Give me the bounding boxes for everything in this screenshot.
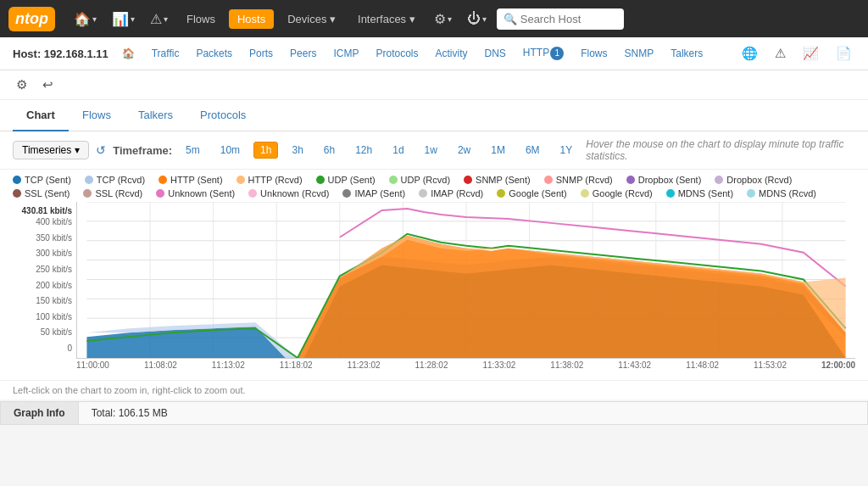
y-label-300: 300 kbit/s [13, 249, 72, 258]
time-1y[interactable]: 1Y [554, 142, 580, 159]
http-badge: 1 [550, 47, 564, 60]
legend-google-sent: Google (Sent) [497, 188, 566, 198]
x-label-1: 11:08:02 [144, 360, 177, 370]
graph-info-bar: Graph Info Total: 106.15 MB [0, 401, 868, 425]
search-wrap: 🔍 [497, 8, 624, 30]
http-link[interactable]: HTTP1 [520, 45, 567, 62]
chart-hint: Hover the mouse on the chart to display … [586, 138, 855, 162]
y-label-350: 350 kbit/s [13, 233, 72, 243]
back-icon[interactable]: ↩ [39, 75, 57, 94]
gear-icon[interactable]: ⚙ [13, 75, 31, 94]
legend-imap-sent: IMAP (Sent) [342, 188, 405, 198]
flows-nav-btn[interactable]: Flows [178, 9, 224, 29]
flows-link[interactable]: Flows [577, 46, 610, 61]
legend-tcp-rcvd: TCP (Rcvd) [85, 175, 145, 185]
graph-info-label: Graph Info [1, 402, 79, 424]
time-5m[interactable]: 5m [179, 142, 207, 159]
talkers-link[interactable]: Talkers [667, 46, 706, 61]
protocols-link[interactable]: Protocols [372, 46, 421, 61]
globe-icon[interactable]: 🌐 [738, 44, 761, 63]
dns-link[interactable]: DNS [481, 46, 509, 61]
graph-info-value: Total: 106.15 MB [79, 402, 181, 424]
alert-nav-btn[interactable]: ⚠ ▾ [145, 8, 173, 31]
x-axis: 11:00:00 11:08:02 11:13:02 11:18:02 11:2… [76, 359, 855, 371]
tab-protocols[interactable]: Protocols [186, 100, 259, 131]
chart-svg[interactable] [76, 202, 855, 359]
y-top-label: 430.81 kbit/s [13, 206, 72, 215]
x-label-8: 11:43:02 [618, 360, 651, 370]
navbar: ntop 🏠 ▾ 📊 ▾ ⚠ ▾ Flows Hosts Devices ▾ I… [0, 0, 868, 37]
timeframe-label: Timeframe: [113, 144, 172, 157]
chart-footer: Left-click on the chart to zoom in, righ… [0, 380, 868, 399]
legend-snmp-sent: SNMP (Sent) [464, 175, 531, 185]
alert-host-icon[interactable]: ⚠ [771, 44, 789, 63]
traffic-link[interactable]: Traffic [148, 46, 183, 61]
legend-tcp-sent: TCP (Sent) [13, 175, 71, 185]
time-10m[interactable]: 10m [214, 142, 247, 159]
legend-udp-sent: UDP (Sent) [316, 175, 376, 185]
x-label-4: 11:23:02 [348, 360, 381, 370]
x-label-9: 11:48:02 [686, 360, 719, 370]
interfaces-nav-btn[interactable]: Interfaces ▾ [349, 9, 424, 29]
legend-area: TCP (Sent) TCP (Rcvd) HTTP (Sent) HTTP (… [0, 170, 868, 202]
activity-link[interactable]: Activity [432, 46, 471, 61]
x-label-6: 11:33:02 [482, 360, 515, 370]
legend-http-sent: HTTP (Sent) [159, 175, 223, 185]
tab-talkers[interactable]: Talkers [125, 100, 186, 131]
bar-chart-icon[interactable]: 📈 [799, 44, 822, 63]
x-label-7: 11:38:02 [550, 360, 583, 370]
legend-ssl-sent: SSL (Sent) [13, 188, 70, 198]
x-label-11: 12:00:00 [821, 360, 855, 370]
time-3h[interactable]: 3h [285, 142, 309, 159]
time-6m[interactable]: 6M [519, 142, 547, 159]
chart-wrapper: 430.81 kbit/s 400 kbit/s 350 kbit/s 300 … [0, 202, 868, 380]
ports-link[interactable]: Ports [246, 46, 276, 61]
legend-imap-rcvd: IMAP (Rcvd) [419, 188, 483, 198]
timeseries-dropdown[interactable]: Timeseries ▾ [13, 141, 89, 159]
search-icon: 🔍 [504, 13, 517, 25]
time-1m[interactable]: 1M [484, 142, 512, 159]
packets-link[interactable]: Packets [192, 46, 236, 61]
chart-nav-btn[interactable]: 📊 ▾ [107, 8, 140, 31]
timeseries-label: Timeseries [22, 144, 71, 156]
x-label-10: 11:53:02 [754, 360, 787, 370]
tabs-bar: Chart Flows Talkers Protocols [0, 100, 868, 131]
x-label-5: 11:28:02 [415, 360, 448, 370]
peers-link[interactable]: Peers [287, 46, 320, 61]
legend-udp-rcvd: UDP (Rcvd) [389, 175, 450, 185]
time-1w[interactable]: 1w [418, 142, 444, 159]
time-6h[interactable]: 6h [317, 142, 342, 159]
x-label-0: 11:00:00 [76, 360, 109, 370]
host-label: Host: 192.168.1.11 [13, 47, 108, 60]
hosts-nav-btn[interactable]: Hosts [229, 9, 274, 29]
settings-row: ⚙ ↩ [0, 70, 868, 100]
legend-unknown-rcvd: Unknown (Rcvd) [248, 188, 329, 198]
y-label-150: 150 kbit/s [13, 296, 72, 305]
time-2w[interactable]: 2w [451, 142, 477, 159]
devices-nav-btn[interactable]: Devices ▾ [279, 9, 344, 29]
snmp-link[interactable]: SNMP [621, 46, 658, 61]
y-label-250: 250 kbit/s [13, 265, 72, 274]
power-nav-btn[interactable]: ⏻ ▾ [462, 8, 492, 30]
icmp-link[interactable]: ICMP [330, 46, 362, 61]
time-12h[interactable]: 12h [348, 142, 379, 159]
host-home-link[interactable]: 🏠 [119, 46, 138, 61]
legend-dropbox-rcvd: Dropbox (Rcvd) [715, 175, 792, 185]
time-1h[interactable]: 1h [253, 142, 278, 159]
x-label-2: 11:13:02 [212, 360, 245, 370]
time-1d[interactable]: 1d [386, 142, 410, 159]
y-label-200: 200 kbit/s [13, 281, 72, 290]
chart-controls: Timeseries ▾ ↺ Timeframe: 5m 10m 1h 3h 6… [0, 131, 868, 170]
file-icon[interactable]: 📄 [832, 44, 855, 63]
host-bar: Host: 192.168.1.11 🏠 Traffic Packets Por… [0, 37, 868, 70]
x-label-3: 11:18:02 [280, 360, 313, 370]
settings-nav-btn[interactable]: ⚙ ▾ [429, 8, 457, 31]
legend-unknown-sent: Unknown (Sent) [156, 188, 235, 198]
tab-flows[interactable]: Flows [69, 100, 125, 131]
y-label-50: 50 kbit/s [13, 327, 72, 337]
legend-mdns-rcvd: MDNS (Rcvd) [747, 188, 816, 198]
home-nav-btn[interactable]: 🏠 ▾ [69, 8, 102, 31]
app-logo: ntop [8, 7, 55, 31]
refresh-icon[interactable]: ↺ [96, 143, 106, 157]
tab-chart[interactable]: Chart [13, 100, 69, 131]
